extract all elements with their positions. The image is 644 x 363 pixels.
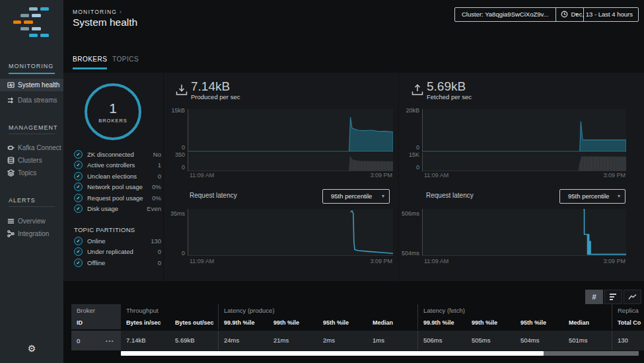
download-icon xyxy=(175,83,188,97)
time-range-selector[interactable]: Dec, 13 - Last 4 hours xyxy=(555,7,639,22)
x-axis-end: 3:09 PM xyxy=(583,172,626,179)
col-header: Total Co xyxy=(612,317,644,329)
col-header: 99.9th %ile xyxy=(218,317,268,329)
mini-axis-zero: 0 xyxy=(162,164,185,171)
health-check-row: ✓Unclean elections0 xyxy=(74,171,161,182)
breadcrumb: MONITORING› xyxy=(73,9,122,15)
section-divider xyxy=(9,206,55,207)
x-axis-end: 3:09 PM xyxy=(583,258,626,264)
group-replica: Replica xyxy=(612,304,644,317)
check-icon: ✓ xyxy=(74,247,83,256)
app-logo xyxy=(9,7,53,41)
table-header: Broker ID Throughput Latency (produce) L… xyxy=(71,304,644,329)
sidebar-item-data-streams[interactable]: Data streams xyxy=(0,94,63,106)
check-icon: ✓ xyxy=(74,182,83,191)
cell-fetch-999: 506ms xyxy=(417,331,466,350)
y-axis-max: 15kB xyxy=(162,107,185,114)
percentile-dropdown[interactable]: 95th percentile▾ xyxy=(322,189,390,204)
cell-bytes-out: 5.69kB xyxy=(170,331,218,350)
broker-id-cell: 0 ••• xyxy=(71,331,121,350)
sidebar-item-label: Integration xyxy=(18,230,49,237)
sidebar-section-management: MANAGEMENT xyxy=(9,124,58,131)
fetched-value: 5.69kB xyxy=(427,79,466,94)
section-divider xyxy=(9,73,55,74)
broker-table-section: # Broker ID Throughput Latency (produce) xyxy=(63,281,644,363)
bars-icon xyxy=(610,294,618,300)
sidebar-item-label: Overview xyxy=(18,218,46,225)
hash-icon: # xyxy=(592,293,596,301)
mini-axis-max: 350 xyxy=(162,151,185,158)
check-icon: ✓ xyxy=(74,172,83,181)
table-row[interactable]: 0 ••• 7.14kB 5.69kB 24ms 21ms 2ms 1ms 50… xyxy=(71,331,644,350)
col-header: 95th %ile xyxy=(515,317,563,329)
table-view-toggle: # xyxy=(585,290,641,304)
sidebar-item-integration[interactable]: Integration xyxy=(0,227,63,240)
topic-partitions-title: TOPIC PARTITIONS xyxy=(74,226,135,233)
col-header: Median xyxy=(563,317,612,329)
chevron-down-icon: ▾ xyxy=(382,190,384,203)
request-latency-title: Request latency xyxy=(190,192,237,199)
page-header: MONITORING› System health Cluster: Ya8qg… xyxy=(63,0,644,73)
sidebar-item-label: Kafka Connect xyxy=(18,144,61,151)
mini-axis-zero: 0 xyxy=(397,164,419,171)
percentile-dropdown[interactable]: 95th percentile▾ xyxy=(559,189,626,204)
sidebar-item-kafka-connect[interactable]: Kafka Connect xyxy=(0,141,63,154)
produced-chart xyxy=(188,109,393,152)
cell-fetch-95: 504ms xyxy=(515,331,563,350)
breadcrumb-chevron-icon: › xyxy=(120,9,122,15)
health-checklist: ✓ZK disconnectedNo ✓Active controllers1 … xyxy=(74,149,161,214)
broker-table: Broker ID Throughput Latency (produce) L… xyxy=(71,304,644,350)
health-check-row: ✓Disk usageEven xyxy=(74,204,161,215)
sidebar-item-system-health[interactable]: System health xyxy=(0,79,63,91)
view-numbers-button[interactable]: # xyxy=(585,290,603,304)
cell-produce-999: 24ms xyxy=(218,331,268,350)
broker-count-circle: 1 BROKERS xyxy=(85,83,141,140)
latency-fetch-chart xyxy=(422,209,626,256)
produced-value: 7.14kB xyxy=(191,79,230,94)
overview-icon xyxy=(7,218,15,225)
tab-topics[interactable]: TOPICS xyxy=(112,56,139,67)
cell-produce-95: 2ms xyxy=(318,331,367,350)
horizontal-scrollbar[interactable] xyxy=(121,351,639,356)
view-trend-button[interactable] xyxy=(624,290,641,304)
topics-icon xyxy=(7,169,15,177)
col-header: Bytes out/sec xyxy=(170,317,218,329)
sidebar-item-label: Data streams xyxy=(18,97,57,104)
produced-caption: Produced per sec xyxy=(191,93,240,101)
row-menu-icon[interactable]: ••• xyxy=(106,338,114,344)
view-bars-button[interactable] xyxy=(604,290,622,304)
settings-gear-icon[interactable]: ⚙ xyxy=(0,343,63,354)
cell-fetch-median: 501ms xyxy=(563,331,612,350)
check-icon: ✓ xyxy=(74,150,83,159)
y-axis-max: 20kB xyxy=(397,107,419,114)
x-axis-start: 11:09 AM xyxy=(190,258,214,264)
x-axis-end: 3:09 PM xyxy=(349,258,392,264)
topic-partitions-list: ✓Online130 ✓Under replicated0 ✓Offline0 xyxy=(74,235,161,268)
cell-produce-median: 1ms xyxy=(367,331,417,350)
group-latency-fetch: Latency (fetch) xyxy=(417,304,612,317)
sidebar-item-clusters[interactable]: Clusters xyxy=(0,154,63,167)
sidebar-item-topics[interactable]: Topics xyxy=(0,167,63,179)
col-header: Median xyxy=(367,317,417,329)
sidebar-section-alerts: ALERTS xyxy=(9,197,36,204)
latency-axis-zero: 0 xyxy=(162,250,185,257)
cell-bytes-in: 7.14kB xyxy=(121,331,170,350)
request-latency-title: Request latency xyxy=(426,192,474,199)
data-streams-icon xyxy=(7,97,15,104)
cell-fetch-99: 505ms xyxy=(466,331,515,350)
main-panels: 1 BROKERS ✓ZK disconnectedNo ✓Active con… xyxy=(63,73,644,281)
y-axis-zero: 0 xyxy=(162,144,185,151)
partition-row: ✓Offline0 xyxy=(74,257,161,268)
scrollbar-thumb[interactable] xyxy=(121,351,544,356)
clusters-icon xyxy=(7,157,15,164)
tab-brokers[interactable]: BROKERS xyxy=(73,56,107,69)
broker-id: 0 xyxy=(77,337,80,344)
cluster-selector-label: Cluster: Ya8qgia9SwCiXoZ9v... xyxy=(462,11,548,18)
sidebar-item-overview[interactable]: Overview xyxy=(0,215,63,227)
y-axis-zero: 0 xyxy=(397,144,419,151)
check-icon: ✓ xyxy=(74,237,83,245)
sidebar-item-label: System health xyxy=(18,81,59,89)
broker-count-label: BROKERS xyxy=(98,118,127,124)
partition-row: ✓Online130 xyxy=(74,235,161,247)
check-icon: ✓ xyxy=(74,259,83,267)
